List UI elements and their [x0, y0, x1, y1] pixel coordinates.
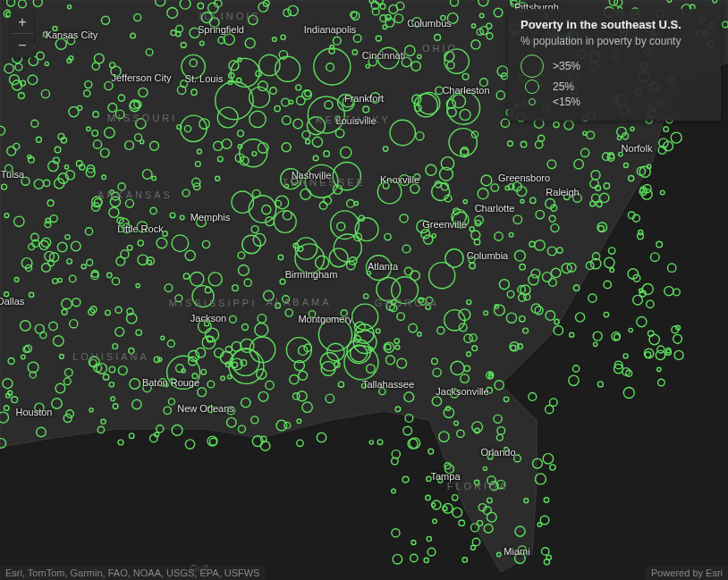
svg-point-640 [531, 269, 540, 278]
svg-point-188 [275, 196, 289, 209]
svg-point-422 [509, 232, 513, 237]
svg-point-490 [337, 223, 345, 231]
svg-point-643 [378, 47, 400, 69]
svg-point-642 [394, 14, 403, 23]
svg-point-532 [397, 313, 405, 321]
svg-point-115 [150, 434, 158, 442]
svg-point-268 [170, 213, 175, 218]
svg-point-88 [385, 356, 394, 365]
svg-point-57 [130, 101, 140, 111]
legend-label: <15% [553, 96, 580, 108]
svg-point-619 [80, 164, 85, 170]
svg-point-172 [216, 81, 253, 119]
map-canvas[interactable]: PittsburghColumbusIndianapolisSpringfiel… [0, 0, 728, 580]
svg-point-359 [644, 349, 653, 357]
svg-point-59 [218, 37, 224, 43]
svg-point-138 [238, 145, 241, 148]
legend-swatch-large [521, 55, 544, 78]
svg-point-833 [7, 147, 16, 156]
svg-point-806 [207, 337, 213, 342]
svg-point-731 [19, 0, 27, 8]
svg-point-1 [35, 403, 44, 412]
svg-point-198 [369, 441, 373, 444]
svg-point-828 [665, 349, 671, 355]
svg-point-641 [546, 555, 551, 559]
svg-point-294 [628, 269, 639, 280]
svg-point-531 [551, 205, 557, 211]
svg-point-685 [237, 78, 241, 82]
svg-point-455 [483, 507, 491, 515]
svg-point-361 [573, 194, 581, 202]
svg-point-577 [597, 202, 602, 207]
svg-point-372 [282, 98, 290, 106]
svg-point-290 [453, 212, 469, 228]
state-label: KENTUCKY [316, 114, 391, 125]
svg-point-65 [67, 37, 75, 45]
svg-point-890 [214, 141, 223, 150]
svg-point-183 [28, 362, 38, 373]
svg-point-709 [623, 388, 634, 399]
svg-point-182 [447, 62, 454, 69]
svg-point-187 [100, 148, 109, 157]
svg-point-695 [359, 215, 364, 221]
svg-point-539 [92, 197, 103, 207]
svg-point-31 [45, 222, 51, 228]
svg-point-36 [587, 131, 595, 139]
svg-point-143 [384, 342, 394, 352]
svg-point-185 [264, 290, 274, 300]
svg-point-42 [238, 252, 245, 259]
svg-point-298 [14, 278, 19, 282]
svg-point-829 [645, 352, 650, 357]
svg-point-52 [660, 190, 665, 195]
svg-point-462 [314, 48, 351, 85]
svg-point-734 [393, 554, 402, 564]
svg-point-179 [354, 233, 362, 241]
svg-point-454 [31, 120, 38, 127]
svg-point-255 [266, 217, 275, 226]
svg-point-84 [313, 156, 318, 161]
svg-point-738 [664, 127, 669, 132]
svg-point-486 [447, 13, 458, 24]
svg-point-540 [573, 285, 579, 290]
svg-point-102 [276, 420, 287, 431]
svg-point-569 [518, 546, 526, 554]
svg-point-468 [48, 260, 55, 266]
svg-point-281 [115, 307, 122, 313]
svg-point-562 [619, 152, 622, 156]
svg-point-371 [418, 92, 439, 113]
svg-point-97 [97, 426, 104, 433]
svg-point-892 [478, 504, 486, 511]
svg-point-581 [444, 408, 453, 417]
svg-point-5 [305, 164, 338, 198]
svg-point-879 [474, 240, 479, 245]
zoom-out-button[interactable]: − [11, 34, 34, 57]
svg-point-528 [392, 450, 400, 458]
svg-point-718 [50, 253, 59, 262]
svg-point-418 [459, 309, 470, 321]
svg-point-461 [383, 182, 389, 189]
svg-point-720 [477, 29, 483, 35]
svg-point-190 [72, 241, 81, 251]
svg-point-727 [463, 200, 467, 204]
svg-point-211 [453, 495, 458, 500]
city-label: Cincinnati [362, 50, 405, 61]
svg-point-862 [69, 56, 73, 61]
state-label: MISSISSIPPI [169, 298, 257, 308]
zoom-in-button[interactable]: + [11, 11, 34, 34]
city-label: Orlando [480, 447, 515, 458]
svg-point-246 [536, 210, 544, 218]
svg-point-89 [338, 382, 343, 387]
svg-point-669 [453, 508, 462, 517]
svg-point-363 [385, 233, 391, 240]
svg-point-276 [12, 397, 18, 403]
svg-point-297 [554, 326, 563, 335]
svg-point-672 [126, 199, 134, 207]
svg-point-557 [511, 0, 517, 6]
svg-point-6 [547, 247, 556, 256]
svg-point-775 [308, 97, 344, 133]
svg-point-782 [640, 187, 647, 193]
svg-point-277 [249, 15, 258, 24]
svg-point-712 [172, 235, 189, 252]
svg-point-479 [535, 474, 546, 484]
svg-point-23 [604, 281, 611, 288]
